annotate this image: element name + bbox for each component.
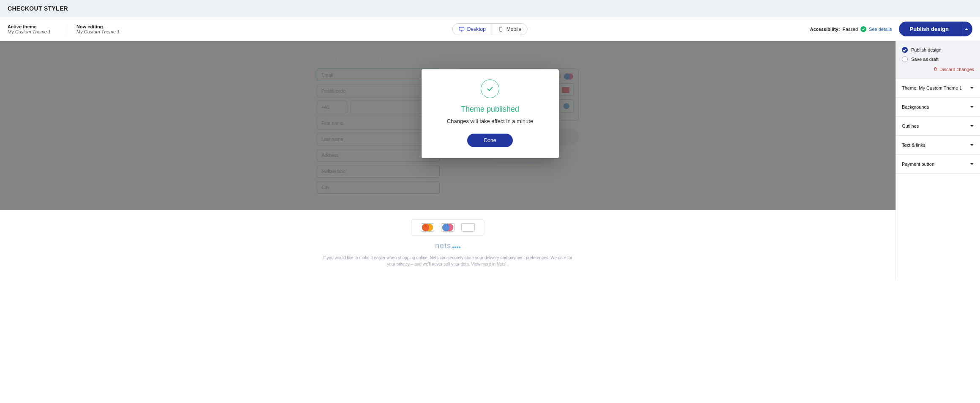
payment-brands-box bbox=[411, 219, 485, 236]
maestro-logo-icon bbox=[441, 223, 455, 232]
accordion-backgrounds-label: Backgrounds bbox=[902, 104, 929, 110]
svg-rect-1 bbox=[500, 27, 502, 31]
view-toggle: Desktop Mobile bbox=[452, 23, 528, 35]
page-title: CHECKOUT STYLER bbox=[8, 5, 972, 12]
theme-info: Active theme My Custom Theme 1 Now editi… bbox=[8, 24, 130, 34]
desktop-toggle-label: Desktop bbox=[467, 26, 486, 32]
editing-theme-value: My Custom Theme 1 bbox=[76, 29, 120, 34]
publish-radio[interactable]: Publish design bbox=[902, 47, 974, 53]
accordion-theme-label: Theme: My Custom Theme 1 bbox=[902, 85, 962, 90]
editing-theme-block: Now editing My Custom Theme 1 bbox=[66, 24, 130, 34]
accordion-outlines[interactable]: Outlines bbox=[896, 117, 980, 136]
success-check-icon bbox=[481, 80, 499, 98]
side-panel-header: Publish design Save as draft Discard cha… bbox=[896, 41, 980, 79]
trash-icon bbox=[933, 67, 938, 71]
accessibility-label: Accessibility: bbox=[810, 27, 840, 32]
accordion-payment-button[interactable]: Payment button bbox=[896, 155, 980, 174]
chevron-down-icon bbox=[970, 86, 974, 90]
toolbar: Active theme My Custom Theme 1 Now editi… bbox=[0, 17, 980, 41]
chevron-down-icon bbox=[970, 124, 974, 128]
desktop-icon bbox=[459, 27, 465, 32]
footer-text: If you would like to make it easier when… bbox=[323, 255, 572, 267]
accordion-theme[interactable]: Theme: My Custom Theme 1 bbox=[896, 79, 980, 98]
accordion-text-links[interactable]: Text & links bbox=[896, 136, 980, 155]
accordion-backgrounds[interactable]: Backgrounds bbox=[896, 98, 980, 117]
page-banner: CHECKOUT STYLER bbox=[0, 0, 980, 17]
active-theme-label: Active theme bbox=[8, 24, 51, 29]
check-circle-icon bbox=[860, 26, 866, 32]
draft-radio-label: Save as draft bbox=[911, 57, 939, 62]
see-details-link[interactable]: See details bbox=[869, 27, 892, 32]
mobile-toggle-button[interactable]: Mobile bbox=[492, 24, 527, 35]
chevron-down-icon bbox=[970, 105, 974, 109]
visa-logo-icon bbox=[461, 223, 475, 232]
radio-icon bbox=[902, 56, 908, 62]
draft-radio[interactable]: Save as draft bbox=[902, 56, 974, 62]
modal-body: Changes will take effect in a minute bbox=[433, 118, 548, 124]
mastercard-logo-icon bbox=[421, 223, 434, 232]
desktop-toggle-button[interactable]: Desktop bbox=[453, 24, 492, 35]
accordion-payment-button-label: Payment button bbox=[902, 162, 934, 167]
publish-split-button: Publish design bbox=[899, 22, 972, 36]
publish-dropdown-button[interactable] bbox=[960, 22, 972, 36]
accessibility-status: Accessibility: Passed See details bbox=[810, 26, 892, 32]
chevron-down-icon bbox=[970, 162, 974, 166]
nets-logo: nets bbox=[0, 241, 896, 250]
caret-up-icon bbox=[964, 27, 969, 31]
dots-icon bbox=[452, 241, 460, 250]
accordion-text-links-label: Text & links bbox=[902, 143, 926, 148]
accordion-outlines-label: Outlines bbox=[902, 123, 919, 129]
published-modal: Theme published Changes will take effect… bbox=[422, 69, 559, 158]
preview-footer: nets If you would like to make it easier… bbox=[0, 210, 896, 280]
active-theme-block: Active theme My Custom Theme 1 bbox=[8, 24, 61, 34]
toolbar-right: Accessibility: Passed See details Publis… bbox=[810, 22, 972, 36]
svg-rect-0 bbox=[459, 27, 464, 30]
publish-design-button[interactable]: Publish design bbox=[899, 22, 960, 36]
chevron-down-icon bbox=[970, 143, 974, 147]
mobile-icon bbox=[498, 27, 504, 32]
done-button[interactable]: Done bbox=[467, 134, 513, 147]
mobile-toggle-label: Mobile bbox=[506, 26, 521, 32]
side-panel: Publish design Save as draft Discard cha… bbox=[896, 41, 980, 280]
active-theme-value: My Custom Theme 1 bbox=[8, 29, 51, 34]
editing-theme-label: Now editing bbox=[76, 24, 120, 29]
modal-title: Theme published bbox=[433, 105, 548, 114]
discard-changes-link[interactable]: Discard changes bbox=[933, 67, 974, 72]
radio-checked-icon bbox=[902, 47, 908, 53]
accessibility-value: Passed bbox=[842, 27, 858, 32]
publish-radio-label: Publish design bbox=[911, 47, 942, 52]
